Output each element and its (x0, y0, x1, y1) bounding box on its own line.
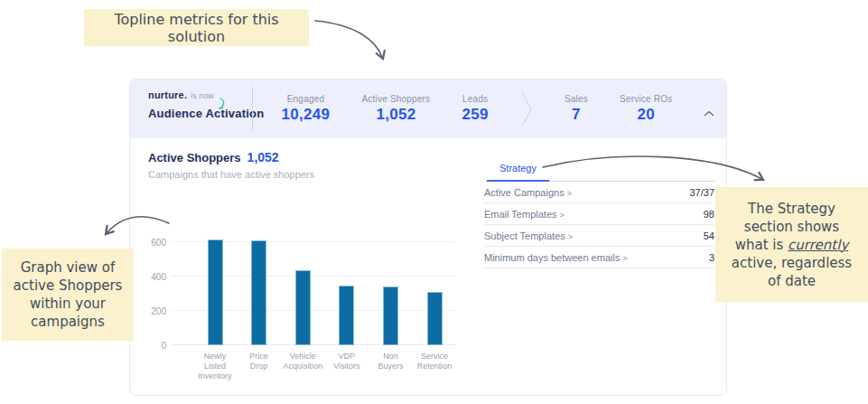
metric-active-shoppers: Active Shoppers 1,052 (361, 94, 430, 124)
metric-value: 20 (620, 106, 672, 124)
curved-arrow-icon (217, 98, 226, 110)
note-topline-text: Topline metrics for this solution (84, 11, 309, 45)
collapse-header-button[interactable] (704, 104, 714, 120)
note-strategy: The Strategy section shows what is curre… (715, 187, 868, 302)
chart-bar[interactable] (427, 292, 443, 345)
metric-label: Active Shoppers (361, 94, 430, 104)
chart-y-tick-label: 600 (151, 238, 166, 248)
strategy-row-subject-templates[interactable]: Subject Templates> 54 (484, 225, 714, 247)
bar-chart-plot (171, 233, 455, 345)
metrics-row: Engaged 10,249 Active Shoppers 1,052 Lea… (266, 80, 688, 138)
tab-strategy[interactable]: Strategy (487, 161, 549, 182)
strategy-row-value: 37/37 (689, 187, 714, 198)
top-annotation-arrow-icon (315, 21, 383, 59)
strategy-row-value: 54 (704, 230, 714, 241)
metric-label: Leads (462, 94, 488, 104)
note-strategy-text: The Strategy section shows what is curre… (728, 200, 855, 290)
metric-engaged: Engaged 10,249 (282, 94, 331, 124)
strategy-row-email-templates[interactable]: Email Templates> 98 (484, 203, 714, 225)
strategy-row-label: Subject Templates> (484, 230, 573, 241)
chevron-right-icon: > (567, 189, 572, 198)
chart-y-tick-label: 200 (151, 306, 166, 316)
chart-y-axis: 0200400600 (132, 233, 166, 345)
metric-label: Sales (565, 94, 588, 104)
chart-x-axis: NewlyListedInventoryPriceDropVehicleAcqu… (171, 352, 455, 388)
chevron-right-icon: > (560, 211, 565, 220)
strategy-row-value: 98 (704, 209, 714, 220)
metric-leads: Leads 259 (462, 94, 488, 124)
topline-metrics-header: nurture.is now Audience Activation Engag… (130, 80, 726, 138)
note-graph-view: Graph view of active Shoppers within you… (2, 249, 134, 341)
panel-title-text: Active Shoppers (148, 151, 241, 164)
metric-label: Service ROs (620, 94, 672, 104)
metric-service-ros: Service ROs 20 (620, 94, 672, 124)
chart-bar[interactable] (208, 240, 223, 345)
note-topline-metrics: Topline metrics for this solution (84, 9, 309, 46)
strategy-row-label: Minimum days between emails> (484, 252, 628, 263)
chevron-right-icon: > (622, 254, 627, 263)
metric-sales: Sales 7 (565, 94, 588, 124)
chart-bar[interactable] (251, 240, 266, 345)
strategy-tab-row: Strategy (484, 159, 714, 182)
strategy-row-min-days[interactable]: Minimum days between emails> 3 (484, 247, 714, 268)
note-graph-text: Graph view of active Shoppers within you… (7, 258, 128, 331)
strategy-row-active-campaigns[interactable]: Active Campaigns> 37/37 (484, 182, 714, 203)
chart-bar[interactable] (339, 286, 354, 346)
product-title: Audience Activation (148, 107, 264, 120)
chart-y-tick-label: 0 (161, 341, 166, 351)
note-emphasis: currently (788, 237, 848, 253)
metric-label: Engaged (282, 94, 331, 104)
header-divider (252, 87, 253, 131)
metrics-separator (520, 89, 533, 129)
chevron-right-icon: > (568, 232, 573, 241)
chart-bar[interactable] (295, 270, 311, 345)
brand-note: is now (191, 91, 214, 100)
metric-value: 7 (565, 106, 588, 124)
brand-logo: nurture. (148, 89, 187, 100)
panel-title-value: 1,052 (247, 150, 279, 164)
brand-block: nurture.is now Audience Activation (148, 89, 264, 120)
strategy-row-label: Email Templates> (484, 209, 565, 220)
chevron-up-icon (704, 110, 714, 117)
strategy-row-value: 3 (709, 252, 714, 263)
chart-x-tick-label: ServiceRetention (406, 352, 463, 371)
chart-bar[interactable] (383, 287, 398, 345)
panel-title: Active Shoppers1,052 (148, 150, 279, 164)
chevron-separator-icon (520, 89, 533, 129)
audience-activation-card: nurture.is now Audience Activation Engag… (129, 79, 727, 396)
strategy-row-label: Active Campaigns> (484, 187, 572, 198)
strategy-section: Strategy Active Campaigns> 37/37 Email T… (484, 159, 714, 268)
metric-value: 10,249 (282, 106, 331, 124)
chart-y-tick-label: 400 (151, 272, 166, 282)
panel-subtitle: Campaigns that have active shoppers (148, 169, 314, 180)
metric-value: 1,052 (361, 106, 430, 124)
metric-value: 259 (462, 106, 488, 124)
